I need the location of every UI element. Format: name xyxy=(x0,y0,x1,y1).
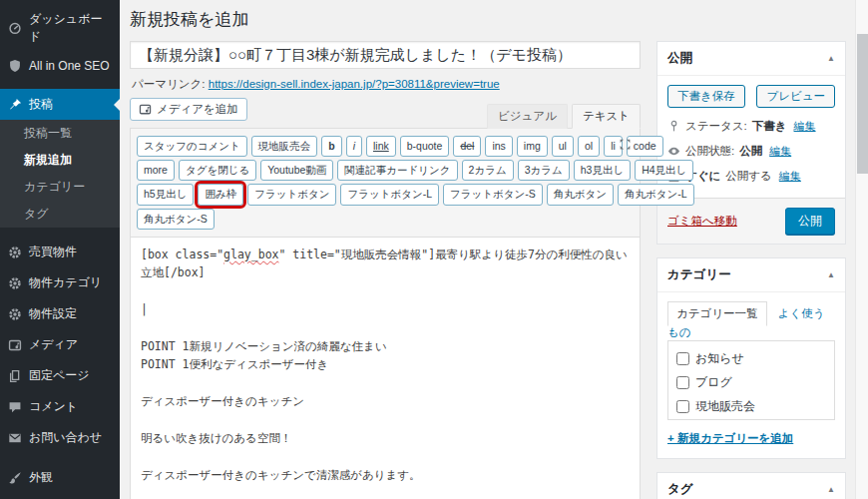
media-icon xyxy=(139,103,152,116)
tab-visual[interactable]: ビジュアル xyxy=(487,104,568,129)
category-checkbox[interactable] xyxy=(676,352,689,365)
sidebar-item-label: 新規追加 xyxy=(24,153,72,167)
quicktag-button[interactable]: ins xyxy=(485,136,512,157)
collapse-toggle-icon[interactable]: ▲ xyxy=(827,270,835,279)
quicktag-button[interactable]: Youtube動画 xyxy=(260,160,333,181)
sidebar-item-posts-list[interactable]: 投稿一覧 xyxy=(0,120,120,147)
sidebar-item-all-in-one-seo[interactable]: All in One SEO xyxy=(0,52,120,80)
wordpress-admin: ダッシュボードAll in One SEO投稿投稿一覧新規追加カテゴリータグ売買… xyxy=(0,0,868,499)
publish-box-header: 公開 ▲ xyxy=(657,42,845,76)
category-item: お知らせ xyxy=(676,350,826,367)
publish-button[interactable]: 公開 xyxy=(785,208,835,235)
sidebar-item-post-categories[interactable]: カテゴリー xyxy=(0,174,120,201)
quicktag-button[interactable]: 囲み枠 xyxy=(198,184,243,205)
add-media-button[interactable]: メディアを追加 xyxy=(130,98,247,121)
permalink-link[interactable]: https://design-sell.index-japan.jp/?p=30… xyxy=(209,78,500,90)
gauge-icon xyxy=(8,21,22,35)
shield-icon xyxy=(8,59,22,73)
move-to-trash-link[interactable]: ゴミ箱へ移動 xyxy=(667,214,737,229)
publish-box: 公開 ▲ 下書き保存 プレビュー ステータス: 下書き 編集 xyxy=(656,41,846,245)
quicktag-button[interactable]: H4見出し xyxy=(635,160,693,181)
sidebar-item-label: All in One SEO xyxy=(29,59,110,73)
quicktags-toolbar: スタッフのコメント現地販売会bilinkb-quotedelinsimgulol… xyxy=(131,129,640,238)
save-draft-button[interactable]: 下書き保存 xyxy=(667,85,745,108)
quicktag-button[interactable]: 2カラム xyxy=(462,160,514,181)
quicktag-button[interactable]: h3見出し xyxy=(574,160,631,181)
permalink: パーマリンク: https://design-sell.index-japan.… xyxy=(132,77,641,92)
collapse-toggle-icon[interactable]: ▲ xyxy=(827,54,835,63)
quicktag-button[interactable]: i xyxy=(346,136,362,157)
sidebar-item-label: 物件カテゴリ xyxy=(29,274,102,291)
edit-schedule-link[interactable]: 編集 xyxy=(779,169,801,184)
permalink-label: パーマリンク: xyxy=(132,78,206,90)
quicktag-button[interactable]: ol xyxy=(578,136,600,157)
quicktag-button[interactable]: 現地販売会 xyxy=(251,136,318,157)
quicktag-button[interactable]: code xyxy=(627,136,663,157)
quicktag-button[interactable]: h5見出し xyxy=(137,184,194,205)
category-checkbox[interactable] xyxy=(676,376,689,389)
edit-visibility-link[interactable]: 編集 xyxy=(769,144,791,159)
quicktag-button[interactable]: 関連記事カードリンク xyxy=(337,160,457,181)
post-content-editor[interactable]: [box class="glay_box" title="現地販売会情報"]最寄… xyxy=(131,238,640,499)
sidebar-item-plugins[interactable]: プラグイン11 xyxy=(0,493,120,499)
quicktag-button[interactable]: フラットボタン-L xyxy=(340,184,439,205)
sidebar-item-comments[interactable]: コメント xyxy=(0,391,120,422)
tags-box-header: タグ ▲ xyxy=(657,473,845,499)
quicktag-row: スタッフのコメント現地販売会bilinkb-quotedelinsimgulol… xyxy=(137,136,610,157)
media-icon xyxy=(8,338,22,352)
editor-mode-tabs: ビジュアル テキスト xyxy=(483,104,641,128)
quicktag-button[interactable]: img xyxy=(517,136,548,157)
sidebar-item-media[interactable]: メディア xyxy=(0,329,120,360)
sidebar-item-property-category[interactable]: 物件カテゴリ xyxy=(0,267,120,298)
category-checkbox[interactable] xyxy=(676,400,689,413)
category-tabs: カテゴリー一覧 よく使うもの xyxy=(667,301,835,340)
fullscreen-icon[interactable] xyxy=(619,138,632,151)
tab-all-categories[interactable]: カテゴリー一覧 xyxy=(667,301,767,326)
post-title-input[interactable] xyxy=(130,41,641,69)
sidebar-item-posts[interactable]: 投稿 xyxy=(0,89,120,120)
quicktag-button[interactable]: 角丸ボタン xyxy=(547,184,614,205)
quicktag-button[interactable]: 3カラム xyxy=(518,160,570,181)
category-item: 現地販売会 xyxy=(676,398,826,415)
categories-box-header: カテゴリー ▲ xyxy=(657,258,845,292)
brush-icon xyxy=(8,471,22,485)
envelope-icon xyxy=(8,431,22,445)
sidebar-item-sale-properties[interactable]: 売買物件 xyxy=(0,237,120,267)
collapse-toggle-icon[interactable]: ▲ xyxy=(827,485,835,494)
edit-status-link[interactable]: 編集 xyxy=(794,119,816,134)
quicktag-button[interactable]: フラットボタン xyxy=(247,184,336,205)
status-pin-icon xyxy=(667,120,680,133)
sidebar-item-pages[interactable]: 固定ページ xyxy=(0,360,120,391)
quicktag-button[interactable]: スタッフのコメント xyxy=(137,136,247,157)
sidebar-item-post-tags[interactable]: タグ xyxy=(0,201,120,228)
sidebar-item-label: 固定ページ xyxy=(29,367,90,384)
gear-icon xyxy=(8,276,22,290)
quicktag-button[interactable]: 角丸ボタン-S xyxy=(137,209,215,230)
preview-button[interactable]: プレビュー xyxy=(756,85,835,108)
pin-icon xyxy=(8,98,22,112)
quicktag-button[interactable]: 角丸ボタン-L xyxy=(618,184,694,205)
quicktag-button[interactable]: more xyxy=(137,160,175,181)
sidebar-item-appearance[interactable]: 外観 xyxy=(0,462,120,493)
sidebar-item-property-settings[interactable]: 物件設定 xyxy=(0,298,120,329)
sidebar-item-add-new-post[interactable]: 新規追加 xyxy=(0,147,120,174)
page-scrollbar[interactable] xyxy=(855,0,868,499)
quicktag-button[interactable]: link xyxy=(366,136,396,157)
quicktag-button[interactable]: フラットボタン-S xyxy=(443,184,543,205)
quicktag-button[interactable]: b-quote xyxy=(400,136,450,157)
eye-icon xyxy=(667,145,680,158)
tab-text[interactable]: テキスト xyxy=(572,104,641,129)
scrollbar-thumb[interactable] xyxy=(857,34,868,174)
categories-box-title: カテゴリー xyxy=(667,266,731,283)
sidebar-item-contact[interactable]: お問い合わせ xyxy=(0,422,120,453)
quicktag-button[interactable]: ul xyxy=(552,136,574,157)
sidebar-item-label: 売買物件 xyxy=(29,244,77,260)
add-new-category-link[interactable]: + 新規カテゴリーを追加 xyxy=(667,431,793,446)
sidebar-item-label: お問い合わせ xyxy=(29,429,102,446)
quicktag-button[interactable]: b xyxy=(321,136,341,157)
pages-icon xyxy=(8,369,22,383)
category-label: お知らせ xyxy=(695,350,744,367)
quicktag-button[interactable]: タグを閉じる xyxy=(179,160,256,181)
sidebar-item-dashboard[interactable]: ダッシュボード xyxy=(0,4,120,52)
quicktag-button[interactable]: del xyxy=(453,136,481,157)
